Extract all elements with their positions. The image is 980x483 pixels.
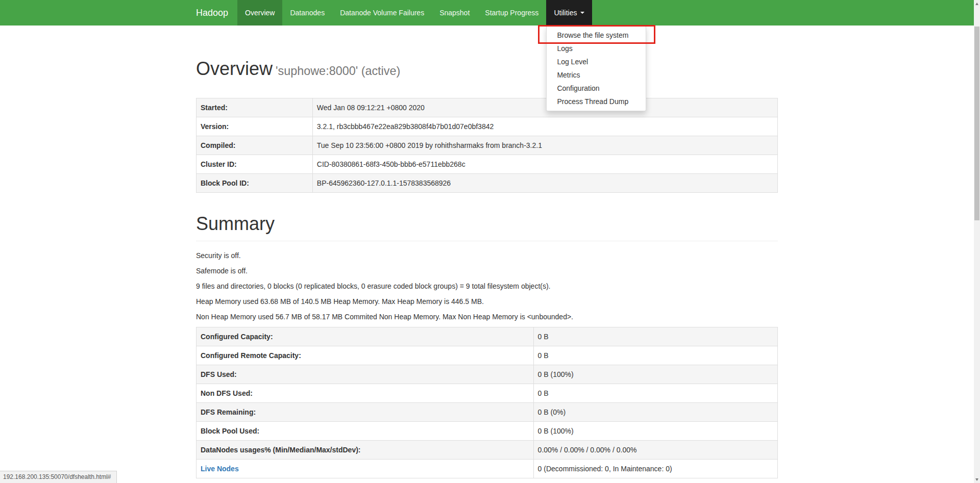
overview-info-table: Started: Wed Jan 08 09:12:21 +0800 2020 … <box>196 98 778 193</box>
nav-item-label: Overview <box>245 9 275 17</box>
table-row: Live Nodes 0 (Decommissioned: 0, In Main… <box>197 460 778 478</box>
live-nodes-cell: Live Nodes <box>197 460 534 478</box>
summary-files-blocks: 9 files and directories, 0 blocks (0 rep… <box>196 281 778 291</box>
nav-item-startup-progress[interactable]: Startup Progress <box>477 0 546 26</box>
menu-item-configuration[interactable]: Configuration <box>547 82 646 95</box>
row-label: Non DFS Used: <box>197 384 534 403</box>
menu-item-logs[interactable]: Logs <box>547 42 646 55</box>
menu-item-process-thread-dump[interactable]: Process Thread Dump <box>547 95 646 108</box>
table-row: Block Pool Used: 0 B (100%) <box>197 422 778 441</box>
row-value: Tue Sep 10 23:56:00 +0800 2019 by rohith… <box>312 136 777 155</box>
summary-heading: Summary <box>196 213 778 235</box>
menu-item-log-level[interactable]: Log Level <box>547 55 646 68</box>
live-nodes-link[interactable]: Live Nodes <box>201 465 239 473</box>
content-container: Overview'suphowe:8000' (active) Started:… <box>188 58 786 478</box>
row-value: BP-645962360-127.0.1.1-1578383568926 <box>312 174 777 193</box>
row-value: 0 (Decommissioned: 0, In Maintenance: 0) <box>533 460 777 478</box>
nav-item-label: Snapshot <box>439 9 470 17</box>
row-value: 0 B (0%) <box>533 403 777 422</box>
page-title: Overview'suphowe:8000' (active) <box>196 58 778 80</box>
table-row: Configured Remote Capacity: 0 B <box>197 346 778 365</box>
table-row: DFS Used: 0 B (100%) <box>197 365 778 384</box>
row-value: CID-80380861-68f3-450b-bbb6-e5711ebb268c <box>312 155 777 174</box>
row-label: Configured Remote Capacity: <box>197 346 534 365</box>
caret-down-icon <box>580 12 584 14</box>
menu-item-browse-file-system[interactable]: Browse the file system <box>547 29 646 42</box>
row-label: Configured Capacity: <box>197 327 534 346</box>
table-row: Cluster ID: CID-80380861-68f3-450b-bbb6-… <box>197 155 778 174</box>
nav-item-label: Datanodes <box>290 9 325 17</box>
table-row: Compiled: Tue Sep 10 23:56:00 +0800 2019… <box>197 136 778 155</box>
table-row: Version: 3.2.1, rb3cbbb467e22ea829b3808f… <box>197 117 778 136</box>
row-value: 3.2.1, rb3cbbb467e22ea829b3808f4b7b01d07… <box>312 117 777 136</box>
utilities-dropdown-menu: Browse the file system Logs Log Level Me… <box>546 26 646 111</box>
page-subtitle: 'suphowe:8000' (active) <box>276 64 400 78</box>
nav-item-label: Datanode Volume Failures <box>340 9 424 17</box>
table-row: Configured Capacity: 0 B <box>197 327 778 346</box>
main-nav: Overview Datanodes Datanode Volume Failu… <box>237 0 592 26</box>
vertical-scrollbar[interactable] <box>974 0 980 483</box>
row-label: Block Pool ID: <box>197 174 313 193</box>
summary-heap-memory: Heap Memory used 63.68 MB of 140.5 MB He… <box>196 296 778 307</box>
nav-item-snapshot[interactable]: Snapshot <box>432 0 477 26</box>
table-row: DFS Remaining: 0 B (0%) <box>197 403 778 422</box>
row-label: Started: <box>197 98 313 117</box>
table-row: Block Pool ID: BP-645962360-127.0.1.1-15… <box>197 174 778 193</box>
nav-item-label: Startup Progress <box>485 9 538 17</box>
row-label: Cluster ID: <box>197 155 313 174</box>
summary-security: Security is off. <box>196 250 778 261</box>
scrollbar-thumb[interactable] <box>974 27 979 220</box>
row-value: 0 B (100%) <box>533 422 777 441</box>
nav-item-datanode-volume-failures[interactable]: Datanode Volume Failures <box>332 0 432 26</box>
row-label: DFS Used: <box>197 365 534 384</box>
section-divider <box>196 241 778 241</box>
row-label: DataNodes usages% (Min/Median/Max/stdDev… <box>197 441 534 460</box>
summary-safemode: Safemode is off. <box>196 266 778 276</box>
nav-item-label: Utilities <box>554 9 577 17</box>
row-label: Compiled: <box>197 136 313 155</box>
table-row: Started: Wed Jan 08 09:12:21 +0800 2020 <box>197 98 778 117</box>
navbar-container: Hadoop Overview Datanodes Datanode Volum… <box>188 0 786 26</box>
row-label: DFS Remaining: <box>197 403 534 422</box>
top-navbar: Hadoop Overview Datanodes Datanode Volum… <box>0 0 974 26</box>
menu-item-metrics[interactable]: Metrics <box>547 68 646 82</box>
row-label: Block Pool Used: <box>197 422 534 441</box>
scroll-up-button[interactable] <box>974 0 980 7</box>
nav-item-overview[interactable]: Overview <box>237 0 282 26</box>
summary-non-heap-memory: Non Heap Memory used 56.7 MB of 58.17 MB… <box>196 312 778 322</box>
triangle-up-icon <box>975 3 978 5</box>
row-value: 0.00% / 0.00% / 0.00% / 0.00% <box>533 441 777 460</box>
row-value: 0 B <box>533 346 777 365</box>
summary-info-table: Configured Capacity: 0 B Configured Remo… <box>196 327 778 478</box>
table-row: DataNodes usages% (Min/Median/Max/stdDev… <box>197 441 778 460</box>
row-value: 0 B <box>533 384 777 403</box>
browser-status-bar: 192.168.200.135:50070/dfshealth.html# <box>0 471 117 483</box>
row-value: 0 B <box>533 327 777 346</box>
page-title-text: Overview <box>196 58 273 79</box>
table-row: Non DFS Used: 0 B <box>197 384 778 403</box>
row-value: Wed Jan 08 09:12:21 +0800 2020 <box>312 98 777 117</box>
brand-hadoop[interactable]: Hadoop <box>196 0 237 26</box>
row-label: Version: <box>197 117 313 136</box>
nav-item-datanodes[interactable]: Datanodes <box>282 0 332 26</box>
scroll-down-button[interactable] <box>974 476 980 483</box>
triangle-down-icon <box>975 478 978 481</box>
page: Hadoop Overview Datanodes Datanode Volum… <box>0 0 974 478</box>
nav-item-utilities-dropdown-toggle[interactable]: Utilities Browse the file system Logs Lo… <box>546 0 592 26</box>
row-value: 0 B (100%) <box>533 365 777 384</box>
